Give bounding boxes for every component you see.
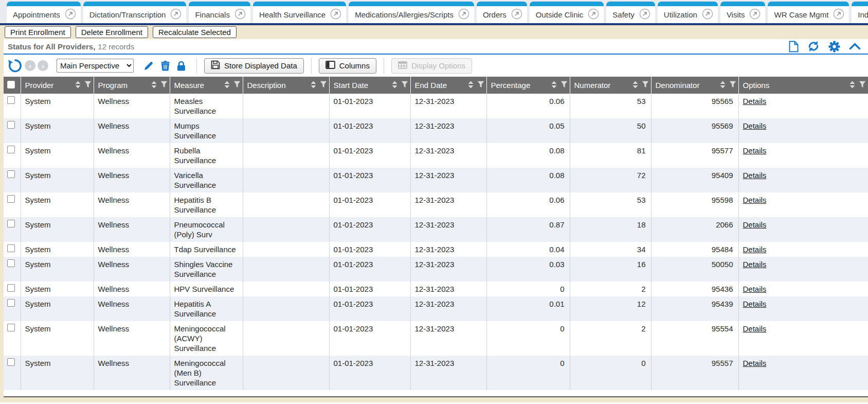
details-link[interactable]: Details	[743, 196, 767, 204]
details-link[interactable]: Details	[743, 285, 767, 293]
sort-icon[interactable]	[75, 81, 81, 90]
external-link-icon[interactable]	[458, 8, 469, 21]
lock-icon[interactable]	[177, 61, 186, 71]
external-link-icon[interactable]	[511, 8, 522, 21]
sort-icon[interactable]	[719, 81, 726, 90]
sort-icon[interactable]	[224, 81, 230, 90]
column-header[interactable]: Measure	[170, 77, 243, 94]
undo-icon[interactable]	[8, 59, 22, 73]
external-link-icon[interactable]	[833, 8, 844, 21]
sort-icon[interactable]	[632, 81, 639, 90]
recalculate-selected-button[interactable]: Recalculate Selected	[153, 26, 237, 38]
external-link-icon[interactable]	[234, 8, 246, 21]
new-document-icon[interactable]	[789, 41, 799, 52]
column-header[interactable]: Provider	[21, 77, 94, 94]
sort-icon[interactable]	[151, 81, 157, 90]
filter-icon[interactable]	[729, 81, 736, 90]
details-link[interactable]: Details	[743, 260, 767, 269]
row-checkbox[interactable]	[7, 259, 15, 267]
column-header[interactable]: Denominator	[651, 77, 738, 94]
details-link[interactable]: Details	[743, 359, 767, 367]
details-link[interactable]: Details	[743, 171, 767, 180]
module-tab[interactable]: Medications/Allergies/Scripts	[349, 2, 474, 23]
column-header[interactable]: Percentage	[486, 77, 570, 94]
details-link[interactable]: Details	[743, 300, 767, 308]
print-enrollment-button[interactable]: Print Enrollment	[5, 26, 71, 38]
external-link-icon[interactable]	[65, 8, 76, 21]
row-checkbox[interactable]	[7, 358, 15, 366]
perspective-select[interactable]: Main Perspective	[57, 59, 134, 73]
row-checkbox[interactable]	[7, 220, 15, 227]
columns-button[interactable]: Columns	[319, 58, 376, 74]
filter-icon[interactable]	[560, 81, 568, 90]
details-link[interactable]: Details	[743, 146, 767, 155]
module-tab[interactable]: Orders	[477, 2, 527, 23]
column-header[interactable]: Start Date	[329, 77, 410, 94]
row-checkbox[interactable]	[7, 121, 15, 129]
details-link[interactable]: Details	[743, 97, 767, 106]
filter-icon[interactable]	[160, 81, 168, 90]
gear-icon[interactable]	[828, 41, 840, 52]
filter-icon[interactable]	[477, 81, 484, 90]
row-checkbox[interactable]	[7, 146, 15, 153]
edit-pencil-icon[interactable]	[143, 61, 154, 71]
external-link-icon[interactable]	[170, 8, 182, 21]
sort-icon[interactable]	[849, 81, 856, 90]
module-tab[interactable]: Outside Clinic	[530, 2, 604, 23]
row-checkbox[interactable]	[7, 195, 15, 203]
sort-icon[interactable]	[310, 81, 317, 90]
module-tab[interactable]: Appointments	[7, 2, 81, 23]
row-checkbox[interactable]	[7, 96, 15, 104]
filter-icon[interactable]	[320, 81, 327, 90]
external-link-icon[interactable]	[639, 8, 650, 21]
details-link[interactable]: Details	[743, 220, 767, 229]
module-tab[interactable]: Health Surveillance	[253, 2, 346, 23]
row-checkbox[interactable]	[7, 244, 15, 252]
column-header[interactable]: End Date	[410, 77, 486, 94]
sort-icon[interactable]	[391, 81, 398, 90]
details-link[interactable]: Details	[743, 245, 767, 254]
column-header[interactable]: Program	[94, 77, 170, 94]
filter-icon[interactable]	[401, 81, 408, 90]
store-displayed-data-button[interactable]: Store Displayed Data	[204, 58, 304, 74]
module-tab[interactable]: WR Case Mgmt	[768, 2, 849, 23]
end-date-cell: 12-31-2023	[410, 282, 486, 296]
module-tab[interactable]: Dictation/Transcription	[83, 2, 187, 23]
end-date-cell: 12-31-2023	[410, 143, 486, 168]
row-checkbox-cell	[4, 296, 21, 321]
sort-icon[interactable]	[467, 81, 474, 90]
delete-trash-icon[interactable]	[161, 61, 170, 71]
column-header[interactable]: Numerator	[570, 77, 651, 94]
filter-icon[interactable]	[859, 81, 866, 90]
delete-enrollment-button[interactable]: Delete Enrollment	[76, 26, 148, 38]
collapse-chevron-up-icon[interactable]	[849, 43, 861, 50]
column-header[interactable]: Description	[243, 77, 329, 94]
module-tab[interactable]: Financials	[189, 2, 250, 23]
nav-forward-icon[interactable]: ›	[38, 60, 48, 71]
row-checkbox[interactable]	[7, 299, 15, 307]
module-tab[interactable]: Safety	[606, 2, 655, 23]
details-link[interactable]: Details	[743, 121, 767, 130]
filter-icon[interactable]	[642, 81, 649, 90]
row-checkbox[interactable]	[7, 324, 15, 331]
row-checkbox[interactable]	[7, 170, 15, 178]
nav-back-icon[interactable]: ‹	[25, 60, 35, 71]
module-tab[interactable]: Visits	[720, 2, 766, 23]
program-cell: Wellness	[94, 168, 170, 192]
module-tab[interactable]: Industrial Hygiene	[852, 2, 868, 23]
column-header[interactable]: Options	[738, 77, 868, 94]
module-tab[interactable]: Utilization	[658, 2, 718, 23]
external-link-icon[interactable]	[588, 8, 599, 21]
external-link-icon[interactable]	[702, 8, 713, 21]
filter-icon[interactable]	[84, 81, 92, 90]
row-checkbox[interactable]	[7, 284, 15, 292]
tab-label: Outside Clinic	[536, 10, 584, 19]
external-link-icon[interactable]	[330, 8, 341, 21]
external-link-icon[interactable]	[749, 8, 761, 21]
filter-icon[interactable]	[233, 81, 241, 90]
details-link[interactable]: Details	[743, 324, 767, 333]
select-all-checkbox[interactable]	[7, 81, 15, 89]
refresh-icon[interactable]	[807, 41, 820, 52]
sort-icon[interactable]	[551, 81, 557, 90]
display-options-button[interactable]: Display Options	[391, 58, 472, 74]
